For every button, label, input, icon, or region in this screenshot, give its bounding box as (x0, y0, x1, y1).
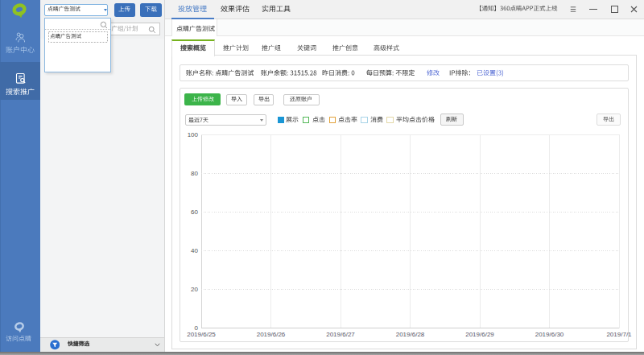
svg-text:80: 80 (191, 170, 198, 177)
svg-text:2019/7/1: 2019/7/1 (606, 331, 632, 338)
svg-text:40: 40 (191, 247, 198, 254)
svg-text:100: 100 (188, 131, 199, 138)
svg-text:2019/6/26: 2019/6/26 (257, 331, 286, 338)
svg-text:2019/6/30: 2019/6/30 (535, 331, 564, 338)
svg-text:2019/6/29: 2019/6/29 (465, 331, 494, 338)
svg-text:2019/6/25: 2019/6/25 (187, 331, 216, 338)
svg-text:2019/6/28: 2019/6/28 (396, 331, 425, 338)
svg-text:20: 20 (191, 286, 198, 293)
svg-text:2019/6/27: 2019/6/27 (326, 331, 355, 338)
svg-text:60: 60 (191, 208, 198, 216)
